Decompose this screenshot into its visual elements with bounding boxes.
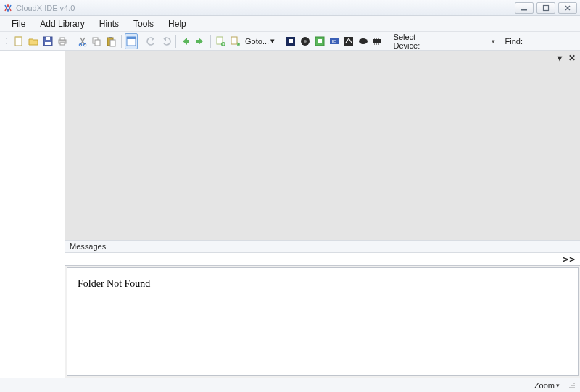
window-title: CloudX IDE v4.0: [16, 4, 515, 12]
svg-rect-37: [374, 43, 375, 45]
editor-area[interactable]: ▾ ✕: [65, 51, 580, 241]
svg-rect-18: [186, 40, 189, 43]
new-file-button[interactable]: [12, 33, 26, 49]
editor-panel-controls: ▾ ✕: [555, 53, 577, 63]
svg-point-44: [571, 387, 573, 388]
svg-point-26: [304, 40, 307, 43]
messages-header: Messages: [65, 241, 580, 253]
toolbar-separator: [141, 35, 141, 48]
svg-rect-14: [110, 40, 115, 46]
device-chip-6-button[interactable]: [356, 33, 370, 49]
toolbar-separator: [281, 35, 281, 48]
device-chip-7-button[interactable]: [370, 33, 384, 49]
svg-rect-33: [373, 39, 381, 43]
svg-rect-34: [374, 38, 375, 39]
menubar: File Add Library Hints Tools Help: [0, 16, 580, 32]
project-explorer-panel[interactable]: [0, 51, 65, 378]
toolbar: ⋮ Goto...: [0, 32, 580, 51]
messages-text: Folder Not Found: [78, 278, 150, 289]
svg-rect-2: [15, 37, 22, 46]
svg-rect-19: [196, 40, 199, 43]
toolbar-separator: [72, 35, 72, 48]
svg-text:IO: IO: [332, 39, 337, 43]
svg-rect-17: [127, 37, 136, 39]
open-file-button[interactable]: [27, 33, 41, 49]
device-chip-3-button[interactable]: [313, 33, 327, 49]
menu-help[interactable]: Help: [161, 17, 194, 31]
undo-button[interactable]: [144, 33, 158, 49]
svg-rect-28: [318, 39, 322, 43]
svg-rect-35: [376, 38, 377, 39]
messages-toolbar: >>: [65, 253, 580, 266]
maximize-button[interactable]: [536, 2, 555, 14]
messages-panel: Messages >> Folder Not Found: [65, 241, 580, 378]
select-device-dropdown[interactable]: ▾: [440, 35, 495, 48]
main-area: ▾ ✕ Messages >> Folder Not Found: [0, 51, 580, 378]
toggle-panel-button[interactable]: [125, 33, 138, 49]
close-button[interactable]: [558, 2, 577, 14]
svg-point-41: [571, 385, 573, 386]
window-controls: [515, 2, 577, 14]
zoom-label: Zoom: [534, 381, 555, 390]
chevron-down-icon: ▾: [270, 36, 275, 46]
toolbar-separator: [121, 35, 122, 48]
svg-point-42: [573, 385, 575, 386]
device-chip-4-button[interactable]: IO: [327, 33, 341, 49]
menu-file[interactable]: File: [4, 17, 33, 31]
messages-advance-button[interactable]: >>: [563, 254, 576, 264]
find-input[interactable]: [526, 35, 577, 48]
svg-rect-0: [521, 9, 527, 11]
svg-rect-15: [109, 37, 112, 38]
resize-grip-icon[interactable]: [566, 380, 576, 391]
find-label: Find:: [502, 37, 526, 46]
toolbar-grip: ⋮: [3, 37, 10, 45]
device-chip-2-button[interactable]: [299, 33, 312, 49]
device-chip-5-button[interactable]: [341, 33, 355, 49]
toolbar-separator: [210, 35, 211, 48]
cut-button[interactable]: [75, 33, 89, 49]
svg-point-45: [573, 387, 575, 388]
menu-hints[interactable]: Hints: [92, 17, 126, 31]
svg-rect-38: [376, 43, 377, 45]
minimize-button[interactable]: [515, 2, 534, 14]
panel-menu-icon[interactable]: ▾: [555, 53, 565, 63]
file-action-button[interactable]: [213, 33, 227, 49]
back-button[interactable]: [179, 33, 193, 49]
svg-rect-1: [544, 5, 549, 10]
svg-rect-24: [289, 39, 293, 43]
copy-button[interactable]: [90, 33, 104, 49]
svg-rect-8: [60, 43, 65, 45]
export-button[interactable]: [228, 33, 241, 49]
svg-rect-5: [45, 42, 51, 45]
svg-rect-4: [46, 37, 50, 40]
svg-rect-12: [95, 40, 100, 46]
app-icon: [3, 3, 13, 13]
zoom-control[interactable]: Zoom ▾: [534, 381, 560, 390]
menu-tools[interactable]: Tools: [126, 17, 161, 31]
svg-point-43: [569, 387, 571, 388]
menu-add-library[interactable]: Add Library: [33, 17, 91, 31]
goto-label: Goto...: [245, 37, 269, 46]
select-device-label: Select Device:: [391, 33, 439, 50]
print-button[interactable]: [56, 33, 70, 49]
statusbar: Zoom ▾: [0, 378, 580, 392]
svg-point-32: [359, 38, 368, 44]
forward-button[interactable]: [194, 33, 207, 49]
messages-output[interactable]: Folder Not Found: [67, 267, 579, 376]
svg-rect-7: [60, 38, 65, 40]
svg-rect-22: [231, 37, 237, 44]
svg-point-40: [573, 383, 575, 384]
goto-dropdown[interactable]: Goto... ▾: [242, 36, 278, 46]
svg-rect-39: [378, 43, 379, 45]
toolbar-separator: [175, 35, 176, 48]
device-chip-1-button[interactable]: [284, 33, 298, 49]
right-area: ▾ ✕ Messages >> Folder Not Found: [65, 51, 580, 378]
titlebar: CloudX IDE v4.0: [0, 0, 580, 16]
paste-button[interactable]: [104, 33, 118, 49]
save-button[interactable]: [41, 33, 55, 49]
svg-rect-36: [378, 38, 379, 39]
panel-close-icon[interactable]: ✕: [567, 53, 577, 63]
redo-button[interactable]: [159, 33, 173, 49]
chevron-down-icon: ▾: [492, 38, 495, 45]
chevron-down-icon: ▾: [556, 382, 560, 389]
